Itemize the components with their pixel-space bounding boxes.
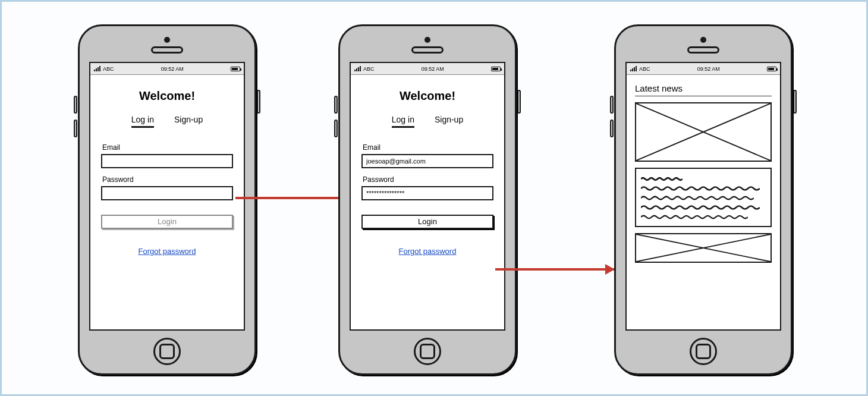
- status-bar: ABC 09:52 AM: [351, 63, 504, 75]
- power-button: [257, 90, 260, 114]
- camera-dot: [164, 37, 170, 43]
- speaker-slot: [151, 46, 183, 54]
- status-time: 09:52 AM: [653, 66, 765, 72]
- text-placeholder: [635, 168, 772, 227]
- battery-icon: [491, 67, 501, 71]
- tab-login[interactable]: Log in: [392, 115, 414, 128]
- email-label: Email: [363, 143, 492, 152]
- home-button[interactable]: [414, 338, 441, 365]
- tab-signup[interactable]: Sign-up: [435, 115, 463, 128]
- battery-icon: [231, 67, 240, 71]
- phone-screen: ABC 09:52 AM Welcome! Log in Sign-up Ema…: [89, 62, 245, 331]
- squiggle-line: [641, 202, 766, 208]
- signal-icon: [94, 66, 100, 71]
- password-input[interactable]: [361, 186, 493, 200]
- flow-arrow-icon: [495, 268, 614, 271]
- squiggle-heading: [641, 174, 766, 180]
- phone-mockup-login-empty: ABC 09:52 AM Welcome! Log in Sign-up Ema…: [78, 24, 256, 375]
- flow-arrow-icon: [235, 197, 354, 199]
- carrier-label: ABC: [103, 66, 114, 72]
- password-label: Password: [363, 175, 492, 184]
- phone-mockup-login-filled: ABC 09:52 AM Welcome! Log in Sign-up Ema…: [338, 24, 517, 375]
- power-button: [517, 90, 521, 114]
- signal-icon: [354, 66, 361, 71]
- power-button: [793, 90, 797, 114]
- email-label: Email: [102, 143, 232, 152]
- status-time: 09:52 AM: [377, 66, 489, 72]
- volume-down-button: [334, 120, 338, 137]
- email-input[interactable]: [361, 154, 493, 168]
- forgot-password-link[interactable]: Forgot password: [101, 247, 233, 256]
- status-bar: ABC 09:52 AM: [90, 63, 244, 75]
- volume-down-button: [74, 120, 77, 137]
- volume-up-button: [610, 96, 614, 114]
- phone-mockup-news-feed: ABC 09:52 AM Latest news: [614, 24, 792, 375]
- squiggle-line: [641, 193, 766, 199]
- forgot-password-link[interactable]: Forgot password: [361, 247, 493, 256]
- volume-down-button: [610, 120, 614, 137]
- image-placeholder-icon: [635, 233, 772, 263]
- speaker-slot: [687, 46, 719, 54]
- battery-icon: [767, 67, 776, 71]
- signal-icon: [630, 66, 637, 71]
- login-button[interactable]: Login: [361, 215, 493, 229]
- tab-signup[interactable]: Sign-up: [174, 115, 203, 128]
- volume-up-button: [334, 96, 338, 114]
- home-button[interactable]: [153, 338, 181, 365]
- camera-dot: [424, 37, 430, 43]
- squiggle-line: [641, 212, 766, 218]
- carrier-label: ABC: [639, 66, 650, 72]
- auth-tabs: Log in Sign-up: [361, 115, 493, 128]
- squiggle-line: [641, 183, 766, 189]
- status-time: 09:52 AM: [117, 66, 228, 72]
- tab-login[interactable]: Log in: [131, 115, 154, 128]
- camera-dot: [700, 37, 706, 43]
- phone-screen: ABC 09:52 AM Welcome! Log in Sign-up Ema…: [350, 62, 505, 331]
- carrier-label: ABC: [363, 66, 375, 72]
- status-bar: ABC 09:52 AM: [627, 63, 780, 75]
- login-button[interactable]: Login: [101, 215, 233, 229]
- news-title: Latest news: [635, 83, 772, 96]
- image-placeholder-icon: [635, 102, 772, 162]
- email-input[interactable]: [101, 154, 233, 168]
- phone-screen: ABC 09:52 AM Latest news: [625, 62, 781, 331]
- password-input[interactable]: [101, 186, 233, 200]
- auth-tabs: Log in Sign-up: [101, 115, 233, 128]
- wireframe-flow-diagram: ABC 09:52 AM Welcome! Log in Sign-up Ema…: [2, 2, 866, 394]
- home-button[interactable]: [690, 338, 717, 365]
- password-label: Password: [102, 175, 232, 184]
- welcome-title: Welcome!: [101, 89, 233, 103]
- welcome-title: Welcome!: [361, 89, 493, 103]
- speaker-slot: [411, 46, 444, 54]
- volume-up-button: [74, 96, 77, 114]
